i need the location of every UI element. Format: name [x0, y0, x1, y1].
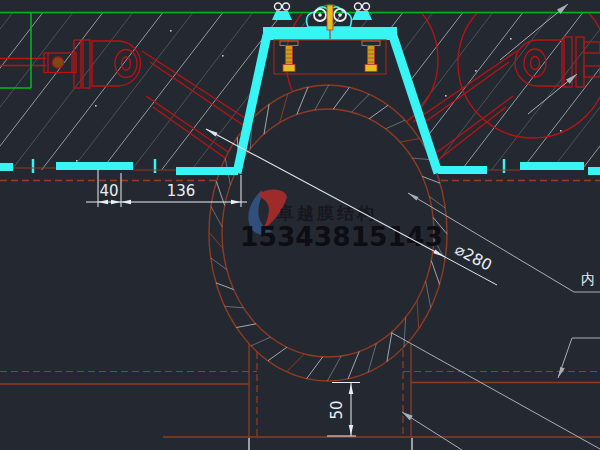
bolt-nut [365, 65, 377, 72]
cad-drawing-viewport: 卓越膜结构 15343815143 40 136 50 [0, 0, 600, 450]
dim-136-label: 136 [167, 182, 196, 200]
point-marker [76, 160, 78, 162]
point-marker [222, 55, 224, 57]
point-marker [95, 105, 97, 107]
point-marker [510, 38, 512, 40]
center-bolt [327, 5, 333, 30]
roller-pin-left [318, 13, 322, 17]
right-annotation-partial: 内 [581, 271, 595, 287]
point-marker [560, 130, 562, 132]
dim-50-label: 50 [328, 400, 346, 419]
dim-40-label: 40 [99, 182, 118, 200]
roller-pin-right [338, 13, 342, 17]
left-pin [53, 57, 64, 68]
point-marker [445, 95, 447, 97]
cad-drawing-canvas: 卓越膜结构 15343815143 40 136 50 [0, 0, 600, 450]
watermark-phone-text: 15343815143 [240, 221, 443, 252]
point-marker [170, 30, 172, 32]
point-marker [475, 70, 477, 72]
bolt-nut [283, 65, 295, 72]
